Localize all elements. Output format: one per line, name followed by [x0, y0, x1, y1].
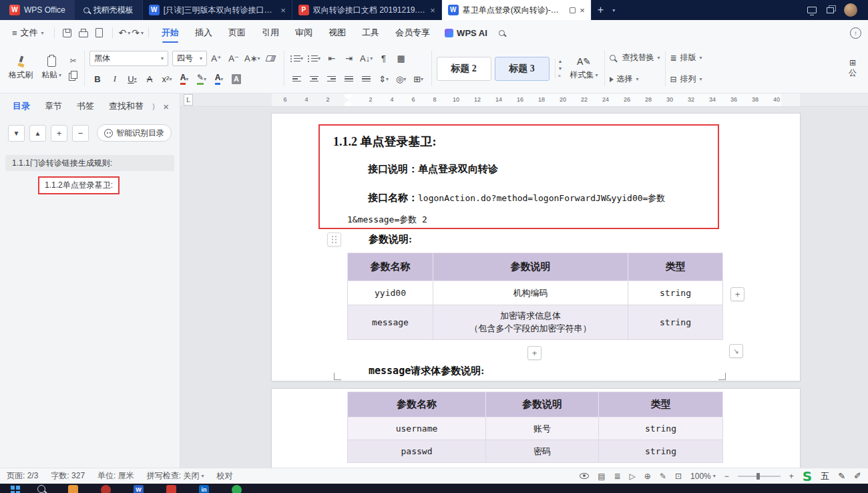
params-title[interactable]: 参数说明: — [369, 233, 412, 246]
brush-tool-icon[interactable]: ✐ — [854, 471, 861, 481]
taskbar-app-icon-6[interactable] — [232, 485, 242, 493]
doc-tab-1[interactable]: W [只读]三明版本双向转诊接口文档V2-... × — [143, 0, 292, 20]
taskbar-app-icon-1[interactable] — [68, 485, 78, 493]
cell-param-desc[interactable]: 机构编码 — [433, 281, 628, 305]
bullet-list-button[interactable]: ▾ — [289, 50, 305, 66]
increase-font-button[interactable]: A⁺ — [208, 50, 224, 66]
start-button-icon[interactable] — [11, 486, 15, 490]
header-cell[interactable]: 参数说明 — [486, 392, 599, 418]
web-layout-icon[interactable]: ⊕ — [644, 472, 651, 481]
toc-item[interactable]: 1.1.1门诊转诊链接生成规则: — [5, 155, 174, 171]
template-search-tab[interactable]: 找稻壳模板 — [75, 0, 143, 20]
zoom-in-button[interactable]: + — [789, 472, 794, 481]
font-name-select[interactable]: 黑体▾ — [89, 51, 168, 66]
text-effects-button[interactable]: A∗▾ — [243, 50, 262, 66]
collapse-all-button[interactable]: ▲ — [29, 125, 46, 142]
menu-tab-reference[interactable]: 引用 — [254, 20, 287, 45]
enclose-char-button[interactable]: ◎▾ — [393, 71, 409, 87]
paragraph-marks-button[interactable]: ¶ — [376, 50, 392, 66]
print-button[interactable] — [75, 25, 91, 41]
font-color-button[interactable]: A▾ — [176, 71, 192, 87]
close-tab-icon[interactable]: × — [430, 5, 435, 15]
char-shading-button[interactable]: A — [228, 71, 244, 87]
wps-ai-button[interactable]: WPS AI — [438, 28, 494, 38]
spellcheck-toggle[interactable]: 拼写检查: 关闭▾ — [147, 470, 204, 482]
zoom-slider-handle[interactable] — [756, 473, 760, 480]
word-count[interactable]: 字数: 327 — [51, 470, 85, 482]
clear-format-button[interactable] — [263, 50, 279, 66]
line-spacing-button[interactable]: ⇕▾ — [376, 71, 392, 87]
print-preview-button[interactable] — [91, 25, 107, 41]
superscript-button[interactable]: x²▾ — [159, 71, 175, 87]
ime-indicator[interactable]: 五 — [821, 470, 829, 482]
proofread-button[interactable]: 校对 — [216, 470, 232, 482]
text-direction-button[interactable]: A↓▾ — [359, 50, 375, 66]
find-replace-button[interactable]: 查找替换▾ — [610, 48, 660, 67]
strikethrough-button[interactable]: A — [142, 71, 158, 87]
new-tab-button[interactable]: + — [592, 0, 610, 20]
cell-param-name[interactable]: yyid00 — [348, 281, 433, 305]
align-center-button[interactable] — [306, 71, 322, 87]
toc-item-selected[interactable]: 1.1.2单点登录基卫: — [38, 176, 120, 194]
user-avatar[interactable] — [844, 3, 857, 17]
share-icon[interactable]: ↑ — [850, 27, 861, 39]
zoom-slider[interactable] — [738, 476, 781, 477]
cell-param-name[interactable]: message — [348, 305, 433, 340]
cell-param-desc[interactable]: 密码 — [486, 440, 599, 463]
window-cascade-icon[interactable] — [827, 7, 834, 13]
menu-tab-insert[interactable]: 插入 — [187, 20, 220, 45]
cell-param-type[interactable]: string — [628, 281, 723, 305]
menu-tab-page[interactable]: 页面 — [220, 20, 254, 45]
header-cell[interactable]: 类型 — [628, 253, 723, 281]
font-size-select[interactable]: 四号▾ — [172, 51, 207, 66]
cell-param-name[interactable]: passwd — [348, 440, 486, 463]
sidebar-tab-chapters[interactable]: 章节 — [37, 100, 69, 112]
italic-button[interactable]: I — [107, 71, 123, 87]
file-menu-button[interactable]: ≡ 文件 ▾ — [7, 27, 49, 39]
redo-button[interactable]: ↷ — [130, 27, 141, 38]
underline-color-button[interactable]: A▾ — [211, 71, 227, 87]
header-cell[interactable]: 类型 — [599, 392, 723, 418]
gallery-more-icon[interactable]: ≡ — [558, 73, 563, 78]
doc-tab-3-active[interactable]: W 基卫单点登录(双向转诊)-县级... × — [442, 0, 592, 20]
more-tabs-icon[interactable]: ⟩ — [151, 102, 156, 111]
taskbar-app-icon-2[interactable] — [101, 485, 111, 493]
params-table-2[interactable]: 参数名称 参数说明 类型 username 账号 string passwd — [347, 391, 723, 463]
cell-param-type[interactable]: string — [599, 440, 723, 463]
taskbar-search-icon[interactable] — [37, 485, 45, 493]
sidebar-tab-toc[interactable]: 目录 — [5, 100, 37, 112]
menu-tab-tools[interactable]: 工具 — [354, 20, 387, 45]
increase-indent-button[interactable]: ⇥ — [341, 50, 357, 66]
params-table-1[interactable]: 参数名称 参数说明 类型 yyid00 机构编码 string message — [347, 253, 723, 340]
sidebar-tab-find-replace[interactable]: 查找和替 — [101, 100, 151, 112]
print-layout-view-icon[interactable]: ▤ — [598, 472, 605, 481]
highlight-color-button[interactable]: ✎▾ — [194, 71, 210, 87]
justify-button[interactable] — [341, 71, 357, 87]
clipped-right-button[interactable]: ⊞ 公 — [843, 48, 863, 89]
zoom-in-toc-button[interactable]: + — [51, 125, 67, 142]
menu-tab-review[interactable]: 审阅 — [287, 20, 320, 45]
fullscreen-icon[interactable]: ⊡ — [675, 472, 682, 481]
pen-tool-icon[interactable]: ✎ — [838, 471, 845, 481]
bold-button[interactable]: B — [89, 71, 105, 87]
format-painter-button[interactable]: 格式刷 — [5, 56, 36, 81]
screen-share-icon[interactable] — [807, 7, 817, 13]
header-cell[interactable]: 参数说明 — [433, 253, 628, 281]
typeset-button[interactable]: ≣ 排版▾ — [670, 48, 702, 67]
close-tab-icon[interactable]: × — [580, 5, 585, 15]
sidebar-tab-bookmarks[interactable]: 书签 — [69, 100, 101, 112]
borders-button[interactable]: ⊞▾ — [411, 71, 427, 87]
cell-param-name[interactable]: username — [348, 418, 486, 440]
decrease-indent-button[interactable]: ⇤ — [324, 50, 340, 66]
menu-tab-member[interactable]: 会员专享 — [387, 20, 438, 45]
decrease-font-button[interactable]: A⁻ — [226, 50, 242, 66]
align-left-button[interactable] — [289, 71, 305, 87]
text-grid-button[interactable]: ▦ — [393, 50, 409, 66]
outline-view-icon[interactable]: ≣ — [614, 472, 621, 481]
close-tab-icon[interactable]: × — [280, 5, 286, 15]
document-canvas[interactable]: 1.1.2 单点登录基卫: 接口说明：单点登录双向转诊 接口名称：logonAc… — [180, 107, 868, 468]
numbered-list-button[interactable]: ▾ — [306, 50, 322, 66]
close-sidebar-icon[interactable]: × — [163, 101, 174, 112]
eye-protect-icon[interactable] — [580, 473, 589, 479]
header-cell[interactable]: 参数名称 — [348, 392, 486, 418]
